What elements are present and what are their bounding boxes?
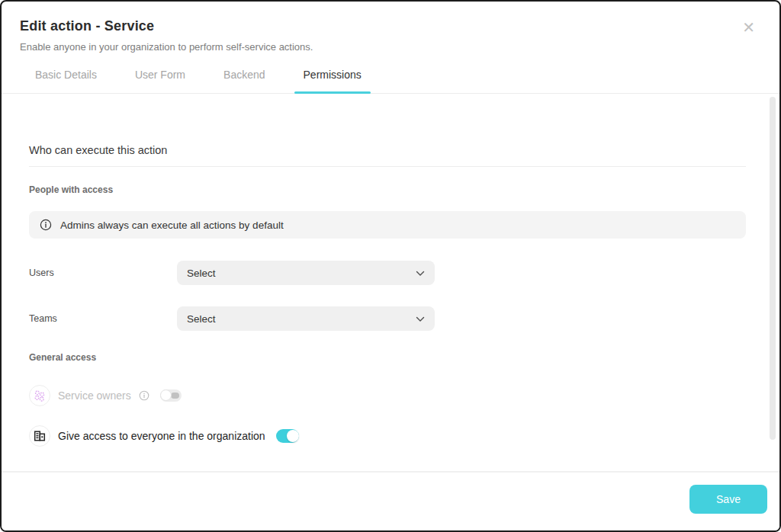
users-select[interactable]: Select [177,261,435,285]
section-title: Who can execute this action [29,94,746,156]
info-icon [139,390,149,401]
save-button[interactable]: Save [689,485,767,514]
teams-select[interactable]: Select [177,306,435,331]
service-owners-toggle[interactable] [160,389,182,402]
permissions-panel: Who can execute this action People with … [2,94,779,471]
chevron-down-icon [416,312,425,325]
edit-action-modal: Edit action - Service ✕ Enable anyone in… [0,0,781,532]
everyone-access-toggle[interactable] [276,429,299,443]
modal-title: Edit action - Service [20,18,154,34]
tab-basic-details[interactable]: Basic Details [26,69,106,93]
everyone-access-row: Give access to everyone in the organizat… [29,425,746,447]
people-with-access-heading: People with access [29,184,746,195]
organization-icon [29,425,50,447]
chevron-down-icon [416,266,425,280]
teams-select-value: Select [187,313,216,325]
modal-header: Edit action - Service ✕ Enable anyone in… [2,2,779,94]
vertical-scrollbar[interactable] [770,97,776,440]
service-owners-label: Service owners [58,389,131,402]
service-owners-row: Service owners [29,385,746,406]
modal-footer: Save [2,471,779,530]
tab-bar: Basic Details User Form Backend Permissi… [20,69,761,93]
teams-label: Teams [29,313,177,324]
tab-user-form[interactable]: User Form [126,69,194,93]
section-divider [29,166,746,167]
teams-field-row: Teams Select [29,306,746,331]
close-icon[interactable]: ✕ [742,20,755,35]
info-icon [40,219,52,231]
tab-permissions[interactable]: Permissions [294,69,371,93]
service-owners-icon [29,385,50,406]
everyone-access-label: Give access to everyone in the organizat… [58,430,265,442]
tab-backend[interactable]: Backend [214,69,274,93]
users-label: Users [29,268,177,278]
admins-info-banner: Admins always can execute all actions by… [29,211,746,239]
banner-text: Admins always can execute all actions by… [60,220,284,231]
modal-subtitle: Enable anyone in your organization to pe… [20,41,761,53]
users-field-row: Users Select [29,261,746,285]
general-access-heading: General access [29,352,746,363]
users-select-value: Select [187,268,216,279]
